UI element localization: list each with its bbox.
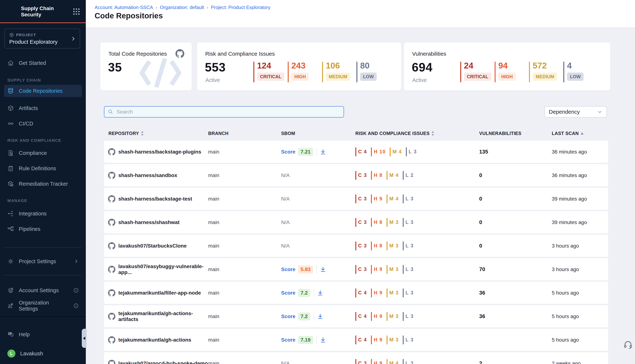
sbom-score-label: Score xyxy=(281,149,295,155)
sidebar-item-remediation-tracker[interactable]: Remediation Tracker xyxy=(4,178,82,190)
branch-cell: main xyxy=(208,149,281,155)
search-input[interactable] xyxy=(117,109,340,115)
table-row[interactable]: lavakush07/StarbucksClone main N/A C 3 H… xyxy=(104,235,608,257)
sidebar-item-compliance[interactable]: Compliance xyxy=(4,147,82,159)
github-icon xyxy=(108,289,115,296)
table-row[interactable]: shash-harness/backstage-test main N/A C … xyxy=(104,188,608,210)
severity-bar xyxy=(371,312,372,321)
severity-bar xyxy=(371,242,372,250)
repo-name: tejakummarikuntla/gh-actions-artifacts xyxy=(118,310,208,322)
severity-count: L 3 xyxy=(405,337,414,343)
sbom-download-button[interactable] xyxy=(320,266,326,272)
sidebar-item-rule-definitions[interactable]: Rule Definitions xyxy=(4,162,82,174)
severity-bar xyxy=(288,62,289,82)
repo-name: shash-harness/sandbox xyxy=(118,172,177,178)
table-row[interactable]: tejakummarikuntla/gh-actions main Score … xyxy=(104,329,608,351)
sidebar-item-artifacts[interactable]: Artifacts xyxy=(4,102,82,114)
breadcrumb-link[interactable]: Organization: default xyxy=(160,4,204,10)
sidebar-item-ci-cd[interactable]: CI/CD xyxy=(4,118,82,130)
chevron-right-icon xyxy=(74,259,79,264)
severity-bar xyxy=(371,359,372,364)
severity-bar xyxy=(371,194,372,203)
severity-bar xyxy=(355,171,356,180)
infinity-icon xyxy=(7,120,14,127)
risk-cell: C 3 H 8 M 3 L 3 xyxy=(355,242,479,250)
column-header[interactable]: REPOSITORY xyxy=(104,131,208,136)
table-row[interactable]: shash-harness/sandbox main N/A C 3 H 8 M… xyxy=(104,164,608,186)
severity-count: C 4 xyxy=(358,290,367,296)
risk-severity-M: M 3 xyxy=(387,218,399,227)
sidebar-item-help[interactable]: Help xyxy=(4,328,82,340)
sidebar-item-account-settings[interactable]: Account Settings xyxy=(4,284,82,296)
sort-icon xyxy=(141,131,144,136)
sbom-download-button[interactable] xyxy=(320,149,326,155)
repo-name: shash-harness/backstage-plugins xyxy=(118,149,201,155)
divider xyxy=(314,289,314,297)
table-row[interactable]: shash-harness/shashwat main N/A C 3 H 8 … xyxy=(104,211,608,234)
severity-bar xyxy=(403,265,404,274)
user-menu[interactable]: L Lavakush xyxy=(4,348,82,360)
column-header[interactable]: RISK AND COMPLIANCE ISSUES xyxy=(355,131,479,136)
severity-count: 243 xyxy=(291,61,322,70)
severity-count: 80 xyxy=(360,61,391,70)
app-logo: Supply Chain Security xyxy=(6,5,81,18)
code-watermark-icon xyxy=(133,52,188,90)
github-icon xyxy=(108,195,115,202)
risk-cell: C 4 H 9 M 3 L 3 xyxy=(355,336,479,344)
vulnerabilities-cell: 0 xyxy=(479,243,552,249)
severity-count: L 3 xyxy=(405,266,414,272)
risk-severity-C: C 3 xyxy=(355,171,367,180)
repo-cell: lavakush07/argocd-hub-spoke-demo xyxy=(104,360,208,364)
risk-severity-C: C 3 xyxy=(355,194,367,203)
severity-bar xyxy=(390,148,391,156)
severity-count: H 8 xyxy=(374,220,383,225)
risk-severity-C: C 3 xyxy=(355,265,367,274)
sidebar-item-organization-settings[interactable]: Organization Settings xyxy=(4,300,82,312)
sidebar-item-get-started[interactable]: Get Started xyxy=(4,57,82,69)
severity-count: H 9 xyxy=(374,314,383,319)
risk-severity-C: C 3 xyxy=(355,359,367,364)
sbom-filter-dropdown[interactable]: Dependency xyxy=(544,106,607,118)
share-icon xyxy=(7,210,14,217)
last-scan-cell: 36 minutes ago xyxy=(552,172,608,178)
risk-severity-C: C 3 xyxy=(355,218,367,227)
breadcrumb-link[interactable]: Project: Product Exploratory xyxy=(211,4,270,10)
support-headset-icon[interactable] xyxy=(623,340,633,350)
sidebar-item-integrations[interactable]: Integrations xyxy=(4,208,82,220)
table-row[interactable]: lavakush07/argocd-hub-spoke-demo main N/… xyxy=(104,352,608,364)
risk-severity-L: L 3 xyxy=(406,148,417,156)
sidebar-section-label: MANAGE xyxy=(7,198,27,203)
table-row[interactable]: lavakush07/easybuggy-vulnerable-app... m… xyxy=(104,258,608,280)
breadcrumb-link[interactable]: Account: Automation-SSCA xyxy=(95,4,153,10)
table-row[interactable]: shash-harness/backstage-plugins main Sco… xyxy=(104,141,608,163)
sbom-cell: N/A xyxy=(281,360,355,364)
severity-count: H 8 xyxy=(374,172,383,178)
avatar: L xyxy=(7,350,16,358)
sidebar-item-code-repositories[interactable]: Code Repositories xyxy=(4,85,82,97)
severity-bar xyxy=(387,288,387,297)
risk-severity-L: L 3 xyxy=(403,218,414,227)
sbom-download-button[interactable] xyxy=(320,337,326,343)
sidebar-item-project-settings[interactable]: Project Settings xyxy=(4,255,82,268)
severity-bar xyxy=(355,148,356,156)
last-scan-cell: 5 hours ago xyxy=(552,337,608,343)
app-switcher-grid-icon[interactable] xyxy=(72,7,81,16)
severity-bar xyxy=(322,62,323,82)
sbom-download-button[interactable] xyxy=(317,290,323,296)
severity-medium: 106 MEDIUM xyxy=(322,61,356,81)
sbom-download-button[interactable] xyxy=(317,314,323,319)
branch-cell: main xyxy=(208,172,281,178)
help-label: Help xyxy=(19,332,30,338)
repo-cell: shash-harness/backstage-plugins xyxy=(104,148,208,156)
severity-bar xyxy=(529,62,530,82)
total-repos-value: 35 xyxy=(108,60,122,74)
sidebar-item-pipelines[interactable]: Pipelines xyxy=(4,223,82,235)
severity-count: M 4 xyxy=(392,149,402,155)
column-header-label: REPOSITORY xyxy=(108,131,139,136)
severity-label: MEDIUM xyxy=(533,72,557,81)
column-header[interactable]: LAST SCAN xyxy=(552,131,608,136)
table-row[interactable]: tejakummarikuntla/filler-app-node main S… xyxy=(104,282,608,304)
project-selector[interactable]: PROJECT Product Exploratory xyxy=(5,29,80,48)
table-row[interactable]: tejakummarikuntla/gh-actions-artifacts m… xyxy=(104,305,608,328)
sidebar-item-label: CI/CD xyxy=(19,121,33,127)
